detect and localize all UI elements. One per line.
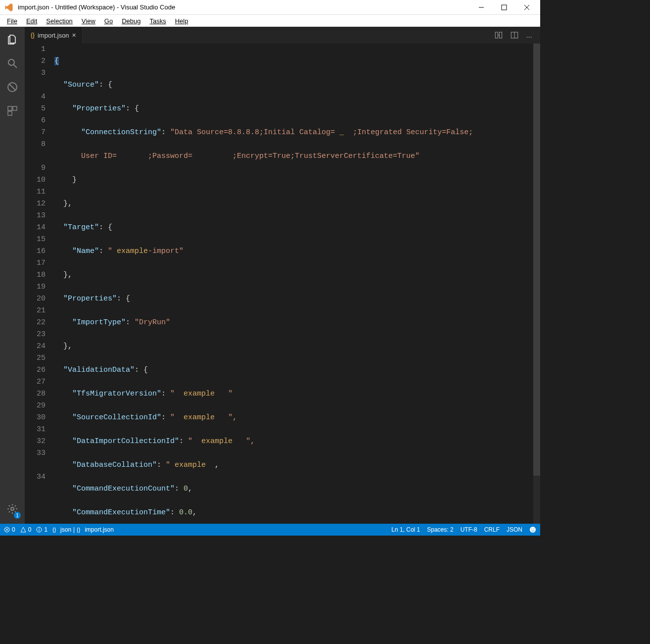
status-warnings[interactable]: 0 bbox=[20, 526, 32, 533]
files-icon bbox=[6, 34, 18, 46]
tab-import-json[interactable]: {} import.json × bbox=[25, 27, 83, 44]
code-content[interactable]: { "Source": { "Properties": { "Connectio… bbox=[54, 44, 540, 524]
svg-line-7 bbox=[9, 84, 15, 90]
svg-point-24 bbox=[530, 527, 536, 533]
activity-bar: 1 bbox=[0, 27, 25, 524]
minimize-icon bbox=[478, 4, 484, 10]
maximize-icon bbox=[501, 4, 507, 10]
svg-text:{}: {} bbox=[52, 527, 56, 533]
status-feedback[interactable] bbox=[529, 526, 536, 533]
tab-bar: {} import.json × … bbox=[25, 27, 540, 44]
json-file-icon: {} bbox=[31, 32, 35, 39]
status-errors[interactable]: 0 bbox=[4, 526, 15, 533]
close-button[interactable] bbox=[515, 0, 538, 15]
extensions-icon bbox=[6, 105, 18, 117]
app-body: 1 {} import.json × … 1 2 3 4 5 bbox=[0, 27, 540, 524]
warning-icon bbox=[20, 527, 26, 533]
menubar: File Edit Selection View Go Debug Tasks … bbox=[0, 15, 540, 27]
menu-tasks[interactable]: Tasks bbox=[145, 16, 170, 26]
menu-view[interactable]: View bbox=[78, 16, 99, 26]
menu-debug[interactable]: Debug bbox=[118, 16, 144, 26]
settings-badge: 1 bbox=[14, 512, 21, 519]
svg-text:{}: {} bbox=[77, 527, 81, 533]
status-encoding[interactable]: UTF-8 bbox=[461, 526, 477, 533]
bug-icon bbox=[6, 81, 18, 93]
menu-edit[interactable]: Edit bbox=[22, 16, 41, 26]
extensions-tab[interactable] bbox=[0, 101, 25, 121]
svg-point-26 bbox=[533, 529, 534, 530]
svg-point-4 bbox=[8, 59, 14, 65]
svg-line-5 bbox=[14, 65, 17, 68]
svg-rect-10 bbox=[8, 111, 12, 115]
svg-point-21 bbox=[39, 528, 40, 529]
line-gutter: 1 2 3 4 5 6 7 8 9 10 11 12 13 14 15 16 1… bbox=[25, 44, 54, 524]
svg-point-25 bbox=[531, 529, 532, 530]
search-icon bbox=[6, 57, 18, 69]
window-title: import.json - Untitled (Workspace) - Vis… bbox=[18, 3, 470, 11]
editor-area: {} import.json × … 1 2 3 4 5 6 7 8 bbox=[25, 27, 540, 524]
debug-tab[interactable] bbox=[0, 77, 25, 97]
smile-icon bbox=[529, 526, 536, 533]
scrollbar-thumb[interactable] bbox=[533, 44, 540, 476]
minimize-button[interactable] bbox=[470, 0, 493, 15]
svg-rect-8 bbox=[8, 106, 12, 110]
menu-help[interactable]: Help bbox=[171, 16, 192, 26]
code-editor[interactable]: 1 2 3 4 5 6 7 8 9 10 11 12 13 14 15 16 1… bbox=[25, 44, 540, 524]
status-position[interactable]: Ln 1, Col 1 bbox=[391, 526, 420, 533]
menu-selection[interactable]: Selection bbox=[42, 16, 76, 26]
tab-label: import.json bbox=[38, 32, 69, 39]
braces-icon: {} bbox=[52, 527, 58, 533]
svg-point-11 bbox=[11, 507, 14, 510]
titlebar: import.json - Untitled (Workspace) - Vis… bbox=[0, 0, 540, 15]
close-icon bbox=[524, 4, 530, 10]
more-icon[interactable]: … bbox=[526, 32, 533, 39]
search-tab[interactable] bbox=[0, 53, 25, 73]
info-icon bbox=[36, 527, 42, 533]
split-editor-icon[interactable] bbox=[510, 31, 519, 40]
status-bar: 0 0 1 {} json | {} import.json Ln 1, Col… bbox=[0, 524, 540, 536]
tab-close-icon[interactable]: × bbox=[72, 31, 76, 39]
vscode-logo-icon bbox=[4, 2, 14, 12]
compare-icon[interactable] bbox=[494, 31, 503, 40]
menu-go[interactable]: Go bbox=[100, 16, 117, 26]
error-icon bbox=[4, 527, 10, 533]
svg-rect-13 bbox=[500, 32, 502, 38]
status-breadcrumb[interactable]: {} json | {} import.json bbox=[52, 526, 114, 533]
svg-rect-1 bbox=[502, 5, 507, 10]
status-eol[interactable]: CRLF bbox=[484, 526, 500, 533]
explorer-tab[interactable] bbox=[0, 30, 25, 50]
status-language[interactable]: JSON bbox=[507, 526, 522, 533]
menu-file[interactable]: File bbox=[3, 16, 21, 26]
vertical-scrollbar[interactable] bbox=[533, 44, 540, 524]
status-info[interactable]: 1 bbox=[36, 526, 47, 533]
svg-rect-12 bbox=[495, 32, 498, 38]
status-spaces[interactable]: Spaces: 2 bbox=[427, 526, 453, 533]
settings-tab[interactable]: 1 bbox=[0, 499, 25, 519]
braces-icon: {} bbox=[77, 527, 83, 533]
maximize-button[interactable] bbox=[493, 0, 515, 15]
svg-rect-9 bbox=[13, 106, 17, 110]
window-controls bbox=[470, 0, 538, 15]
tab-actions: … bbox=[487, 27, 540, 44]
